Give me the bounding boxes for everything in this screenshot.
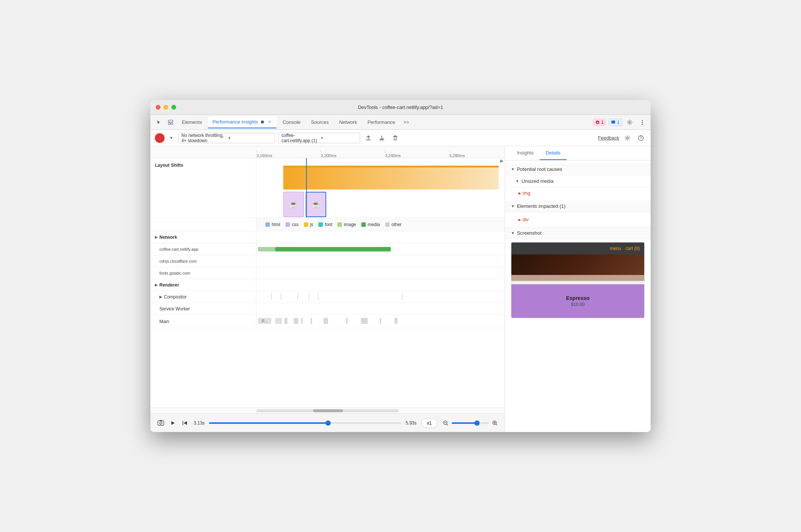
compositor-label: ▶ Compositor [150,291,256,303]
svg-rect-16 [160,420,162,421]
network-url-2: cdnjs.cloudflare.com [150,255,256,267]
screenshot-header[interactable]: ▼ Screenshot [505,227,651,239]
tab-close-button[interactable]: ✕ [267,119,272,125]
more-tabs-button[interactable]: >> [401,117,411,128]
screenshot-triangle: ▼ [511,231,515,235]
tab-sources[interactable]: Sources [306,116,333,128]
legend-media: media [361,222,380,227]
scrollbar-thumb[interactable] [313,409,343,412]
main-row: Main R... [150,315,505,328]
more-options-icon[interactable] [637,117,648,128]
upload-icon[interactable] [363,133,374,143]
svg-point-15 [160,422,162,424]
network-label[interactable]: ▶ Network [150,231,256,243]
ruler-mark-2: 3,200ms [321,153,336,158]
network-header-content [256,231,505,243]
tab-performance[interactable]: Performance [363,116,399,128]
elements-triangle: ▼ [511,204,515,208]
shift-box-2[interactable]: ☕ [306,192,326,217]
end-time: 5.93s [406,420,417,426]
ruler-mark-4: 3,280ms [449,153,465,158]
close-button[interactable] [156,105,160,110]
download-icon[interactable] [377,133,387,143]
tab-details[interactable]: Details [540,146,567,160]
tab-insights[interactable]: Insights [511,146,540,160]
main-tick-10 [395,318,398,324]
legend-js: js [304,222,314,227]
scrollbar-track[interactable] [256,409,399,412]
slider-thumb[interactable] [325,420,331,426]
ruler-marks: 3,160ms 3,200ms 3,240ms 3,280ms [256,146,465,158]
main-content: 3,160ms 3,200ms 3,240ms 3,280ms Layout S… [150,146,651,432]
right-panel: Insights Details ▼ Potential root causes… [505,146,651,432]
tabbar: Elements Performance insights ✕ Console … [150,115,651,130]
unsized-media-header[interactable]: ▼ Unsized media [505,175,651,187]
legend-font: font [318,222,332,227]
network-bar-1 [256,243,505,255]
tab-network[interactable]: Network [335,116,362,128]
delete-icon[interactable] [390,133,400,143]
settings-icon[interactable] [624,117,635,128]
tab-console[interactable]: Console [278,116,305,128]
record-button[interactable] [155,133,165,143]
bottom-bar: 3.13s 5.93s x1 [150,413,505,432]
minimize-button[interactable] [163,105,168,110]
expand-timeline-btn[interactable]: ▶ [499,158,505,163]
orange-bar [283,166,499,190]
speed-select[interactable]: x1 [421,418,437,428]
svg-rect-14 [158,421,164,425]
skip-to-start-icon[interactable] [180,419,189,428]
network-bar-3 [256,267,505,279]
compositor-row: ▶ Compositor [150,291,505,303]
screenshot-bg [511,254,644,275]
traffic-lights [156,105,176,110]
maximize-button[interactable] [171,105,176,110]
help-icon[interactable]: ? [636,133,646,143]
div-link[interactable]: ▶ div [518,215,645,224]
info-badge[interactable]: 1 [608,119,622,126]
play-button[interactable] [168,419,177,428]
horizontal-scrollbar[interactable] [150,407,505,413]
div-triangle: ▶ [518,218,521,222]
main-tick-8 [361,318,368,324]
legend-spacer [150,218,256,231]
unsized-media-triangle: ▼ [515,179,519,183]
screenshot-toggle-icon[interactable] [156,419,165,428]
svg-point-10 [642,123,643,125]
compositor-ticks [256,291,505,301]
elements-impacted-header[interactable]: ▼ Elements impacted (1) [505,200,651,212]
service-worker-label: Service Worker [150,303,256,314]
svg-point-7 [629,121,631,123]
cursor-icon[interactable] [153,117,164,128]
zoom-out-icon[interactable] [442,419,449,427]
dock-icon[interactable] [165,117,176,128]
shift-box-1[interactable]: ☕ [283,192,304,217]
network-row-1: coffee-cart.netlify.app [150,243,505,255]
url-select[interactable]: coffee-cart.netlify.app (1) ▼ [278,133,360,143]
main-tick-1 [275,318,282,324]
zoom-slider[interactable] [452,422,489,424]
settings-gear-icon[interactable] [622,133,633,143]
screenshot-nav-cart: cart (0) [626,246,640,251]
right-panel-tabs: Insights Details [505,146,651,160]
record-dropdown[interactable]: ▼ [168,134,175,142]
zoom-in-icon[interactable] [491,419,499,427]
main-tick-4 [301,318,303,324]
feedback-link[interactable]: Feedback [598,135,619,141]
tab-performance-insights[interactable]: Performance insights ✕ [208,116,277,128]
chat-icon [611,120,615,125]
timeline-slider[interactable] [209,422,401,424]
throttle-select[interactable]: No network throttling, 4× slowdown ▼ [178,133,275,143]
main-tick-2 [284,318,287,324]
error-badge[interactable]: ✕ 1 [593,119,607,126]
legend-other: other [385,222,402,227]
renderer-label[interactable]: ▶ Renderer [150,279,256,291]
network-bar-2 [256,255,505,267]
img-link[interactable]: ▶ img [518,190,645,196]
tab-elements[interactable]: Elements [177,116,206,128]
layout-shifts-label: Layout Shifts [150,158,256,218]
zoom-thumb[interactable] [474,420,480,426]
timeline-rows: Layout Shifts ☕ ☕ [150,158,505,407]
service-worker-content [256,303,505,314]
root-causes-header[interactable]: ▼ Potential root causes [505,163,651,175]
